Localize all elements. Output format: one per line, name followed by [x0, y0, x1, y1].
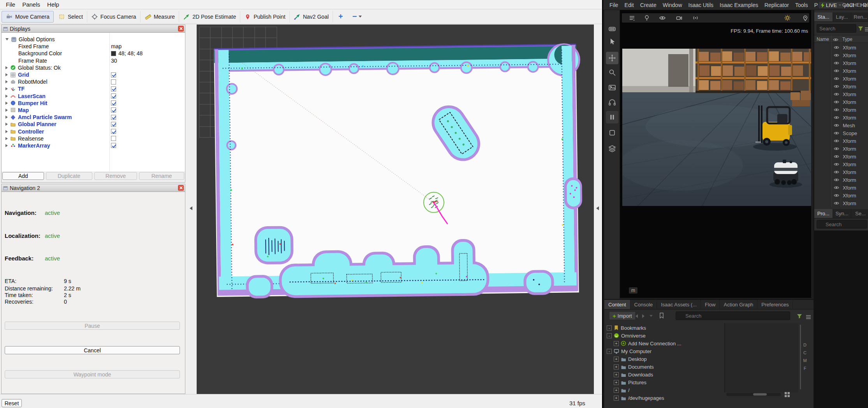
- property-value[interactable]: map: [111, 43, 121, 49]
- collapsed-tab-letter[interactable]: F: [802, 366, 808, 371]
- visibility-checkbox[interactable]: [111, 129, 116, 134]
- duplicate-button[interactable]: Duplicate: [46, 172, 92, 180]
- display-row-grid[interactable]: Grid: [2, 71, 185, 78]
- collapsed-tab-letter[interactable]: D: [802, 343, 808, 347]
- display-row-robotmodel[interactable]: RobotModel: [2, 78, 185, 85]
- stage-tab-sta[interactable]: Sta...: [814, 12, 833, 21]
- stage-row[interactable]: Xform: [814, 90, 868, 98]
- cancel-button[interactable]: Cancel: [5, 346, 180, 354]
- stage-row[interactable]: Xform: [814, 137, 868, 145]
- stage-row[interactable]: Scope: [814, 129, 868, 137]
- content-tab-content[interactable]: Content: [604, 300, 630, 309]
- waypoint-mode-button[interactable]: Waypoint mode: [5, 370, 180, 378]
- content-tree-item-[interactable]: +/: [607, 386, 681, 394]
- horizontal-scrollbar[interactable]: [726, 393, 781, 396]
- content-scrollbar[interactable]: [800, 325, 801, 389]
- tool-move-camera[interactable]: Move Camera: [2, 11, 54, 23]
- zoom-tool-icon[interactable]: [606, 66, 618, 79]
- eye-icon[interactable]: [834, 170, 839, 174]
- stage-row[interactable]: Xform: [814, 199, 868, 207]
- expander-icon[interactable]: -: [607, 333, 612, 338]
- menu-panels[interactable]: Panels: [19, 0, 44, 9]
- audio-icon[interactable]: [692, 14, 699, 23]
- eye-icon[interactable]: [834, 131, 839, 135]
- expander-icon[interactable]: [5, 95, 8, 98]
- eye-icon[interactable]: [834, 61, 839, 65]
- eye-icon[interactable]: [834, 46, 839, 49]
- eye-icon[interactable]: [834, 178, 839, 182]
- pause-button[interactable]: Pause: [5, 322, 180, 330]
- eye-icon[interactable]: [834, 116, 839, 120]
- stage-row[interactable]: Xform: [814, 192, 868, 199]
- eye-icon[interactable]: [834, 186, 839, 190]
- tool-measure[interactable]: Measure: [141, 11, 179, 23]
- display-row-frame-rate[interactable]: Frame Rate30: [2, 57, 185, 64]
- eye-icon[interactable]: [834, 147, 839, 151]
- stage-row[interactable]: Xform: [814, 153, 868, 160]
- display-row-tf[interactable]: TF: [2, 85, 185, 92]
- property-tab-syn[interactable]: Syn...: [833, 209, 852, 218]
- eye-icon[interactable]: [834, 193, 839, 197]
- stage-row[interactable]: Xform: [814, 75, 868, 83]
- stop-icon[interactable]: [606, 127, 618, 139]
- isaac-viewport[interactable]: FPS: 9.94, Frame time: 100.60 ms: [620, 10, 811, 298]
- menu-create[interactable]: Create: [637, 0, 660, 10]
- content-tab-console[interactable]: Console: [630, 300, 657, 309]
- visibility-checkbox[interactable]: [111, 115, 116, 120]
- display-row-realsense[interactable]: Realsense: [2, 135, 185, 142]
- options-menu-icon[interactable]: [806, 314, 811, 321]
- display-row-global-planner[interactable]: Global Planner: [2, 121, 185, 128]
- expander-icon[interactable]: [5, 130, 8, 133]
- filter-icon[interactable]: [858, 26, 863, 33]
- viewport-menu-icon[interactable]: [629, 14, 636, 23]
- display-row-global-options[interactable]: Global Options: [2, 36, 185, 43]
- content-tree-item-add-new-connection[interactable]: +Add New Connection ...: [607, 339, 681, 347]
- rename-button[interactable]: Rename: [139, 172, 184, 180]
- visibility-checkbox[interactable]: [111, 107, 116, 113]
- stage-row[interactable]: Xform: [814, 83, 868, 90]
- stage-row[interactable]: Mesh: [814, 121, 868, 129]
- visibility-checkbox[interactable]: [111, 93, 116, 98]
- display-row-amcl-particle-swarm[interactable]: Amcl Particle Swarm: [2, 114, 185, 121]
- select-tool-icon[interactable]: [606, 35, 618, 48]
- collapsed-tab-letter[interactable]: C: [802, 350, 808, 355]
- stage-row[interactable]: Xform: [814, 168, 868, 176]
- stage-row[interactable]: Xform: [814, 106, 868, 114]
- content-search-input[interactable]: [676, 311, 790, 320]
- stage-column-header[interactable]: Name Type: [814, 35, 868, 43]
- nav2-panel-header[interactable]: Navigation 2: [2, 184, 185, 192]
- remove-button[interactable]: Remove: [94, 172, 137, 180]
- add-tool-button[interactable]: +: [333, 12, 349, 21]
- expander-icon[interactable]: +: [614, 357, 619, 362]
- camera-icon[interactable]: [676, 14, 683, 23]
- eye-icon[interactable]: [834, 100, 839, 104]
- back-icon[interactable]: [636, 314, 638, 318]
- vr-headset-icon[interactable]: [606, 23, 618, 35]
- stage-row[interactable]: Xform: [814, 176, 868, 184]
- expander-icon[interactable]: [5, 73, 8, 76]
- menu-window[interactable]: Window: [660, 0, 685, 10]
- history-dropdown-icon[interactable]: [650, 315, 653, 317]
- stage-row[interactable]: Xform: [814, 98, 868, 106]
- stage-row[interactable]: Xform: [814, 145, 868, 153]
- stage-row[interactable]: Xform: [814, 114, 868, 121]
- rviz-3d-viewport[interactable]: [197, 25, 594, 394]
- expander-icon[interactable]: [5, 102, 8, 105]
- content-tree-item-bookmarks[interactable]: -Bookmarks: [607, 324, 681, 332]
- forward-icon[interactable]: [642, 314, 644, 318]
- grid-view-icon[interactable]: [784, 392, 790, 399]
- display-row-laserscan[interactable]: LaserScan: [2, 93, 185, 100]
- display-row-background-color[interactable]: Background Color48; 48; 48: [2, 50, 185, 57]
- filter-icon[interactable]: [797, 313, 802, 320]
- menu-replicator[interactable]: Replicator: [761, 0, 792, 10]
- tool-2d-pose-estimate[interactable]: 2D Pose Estimate: [179, 11, 240, 23]
- close-icon[interactable]: [178, 26, 184, 32]
- render-settings-icon[interactable]: [643, 14, 650, 23]
- property-tab-pro[interactable]: Pro...: [814, 209, 833, 218]
- content-tree-item-downloads[interactable]: +Downloads: [607, 371, 681, 378]
- import-button[interactable]: + Import: [609, 311, 636, 320]
- eye-icon[interactable]: [834, 108, 839, 112]
- expander-icon[interactable]: +: [614, 388, 619, 393]
- visibility-checkbox[interactable]: [111, 143, 116, 148]
- expander-icon[interactable]: [5, 116, 8, 119]
